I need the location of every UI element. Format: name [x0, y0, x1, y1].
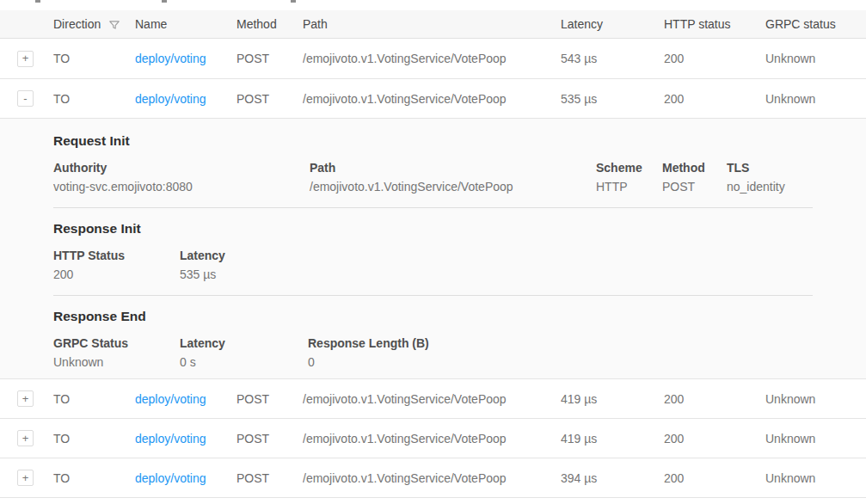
- column-header-latency: Latency: [561, 17, 664, 31]
- field-response-length: Response Length (B) 0: [308, 335, 429, 370]
- clipped-text-fragment: [291, 0, 296, 3]
- method-cell: POST: [236, 471, 303, 485]
- grpc-status-cell: Unknown: [765, 432, 866, 446]
- method-cell: POST: [236, 52, 303, 65]
- column-label: Direction: [53, 17, 101, 31]
- field-value: Unknown: [53, 354, 180, 370]
- field-label: GRPC Status: [53, 335, 180, 351]
- expand-row-button[interactable]: +: [17, 390, 34, 407]
- table-row-expanded: - TO deploy/voting POST /emojivoto.v1.Vo…: [0, 79, 866, 119]
- field-value: no_identity: [727, 179, 785, 194]
- field-latency: Latency 535 µs: [180, 248, 225, 282]
- grpc-status-cell: Unknown: [765, 392, 866, 406]
- latency-cell: 394 µs: [561, 471, 664, 485]
- expand-row-button[interactable]: +: [17, 51, 34, 67]
- method-cell: POST: [236, 92, 303, 106]
- latency-cell: 419 µs: [561, 392, 664, 406]
- field-label: Scheme: [596, 160, 662, 175]
- direction-cell: TO: [53, 52, 135, 65]
- response-end-section: Response End GRPC Status Unknown Latency…: [53, 296, 866, 370]
- latency-cell: 419 µs: [561, 432, 664, 446]
- field-tls: TLS no_identity: [727, 160, 785, 194]
- field-scheme: Scheme HTTP: [596, 160, 662, 194]
- request-detail-panel: Request Init Authority voting-svc.emojiv…: [0, 119, 866, 379]
- field-label: Method: [662, 160, 727, 175]
- field-label: Authority: [53, 160, 310, 175]
- field-grpc-status: GRPC Status Unknown: [53, 335, 180, 370]
- section-title: Response Init: [53, 219, 866, 237]
- request-init-section: Request Init Authority voting-svc.emojiv…: [53, 120, 866, 208]
- field-latency: Latency 0 s: [180, 335, 308, 370]
- expand-row-button[interactable]: +: [17, 470, 34, 486]
- method-cell: POST: [236, 392, 303, 406]
- direction-cell: TO: [53, 392, 135, 406]
- direction-cell: TO: [53, 471, 135, 485]
- path-cell: /emojivoto.v1.VotingService/VotePoop: [303, 92, 561, 106]
- column-header-path: Path: [303, 17, 561, 31]
- field-value: 535 µs: [180, 267, 225, 282]
- direction-cell: TO: [53, 432, 135, 446]
- resource-link[interactable]: deploy/voting: [135, 432, 206, 446]
- field-method: Method POST: [662, 160, 727, 194]
- field-value: 0 s: [180, 354, 308, 370]
- path-cell: /emojivoto.v1.VotingService/VotePoop: [303, 471, 561, 485]
- field-label: Latency: [180, 335, 308, 351]
- latency-cell: 535 µs: [561, 92, 664, 106]
- field-label: TLS: [727, 160, 785, 175]
- resource-link[interactable]: deploy/voting: [135, 92, 206, 106]
- http-status-cell: 200: [664, 92, 765, 106]
- table-row: + TO deploy/voting POST /emojivoto.v1.Vo…: [0, 379, 866, 419]
- field-value: /emojivoto.v1.VotingService/VotePoop: [310, 179, 596, 194]
- table-header-row: Direction Name Method Path Latency HTTP …: [0, 10, 866, 39]
- field-value: 0: [308, 354, 429, 370]
- direction-cell: TO: [53, 92, 135, 106]
- grpc-status-cell: Unknown: [765, 471, 866, 485]
- clipped-text-fragment: [162, 0, 167, 3]
- http-status-cell: 200: [664, 471, 765, 485]
- path-cell: /emojivoto.v1.VotingService/VotePoop: [303, 392, 561, 406]
- resource-link[interactable]: deploy/voting: [135, 471, 206, 485]
- response-init-section: Response Init HTTP Status 200 Latency 53…: [53, 208, 866, 296]
- field-value: HTTP: [596, 179, 662, 194]
- method-cell: POST: [236, 432, 303, 446]
- field-value: POST: [662, 179, 727, 194]
- field-value: voting-svc.emojivoto:8080: [53, 179, 310, 194]
- expand-row-button[interactable]: +: [17, 430, 34, 446]
- http-status-cell: 200: [664, 392, 765, 406]
- table-row: + TO deploy/voting POST /emojivoto.v1.Vo…: [0, 39, 866, 79]
- clipped-text-line: [0, 0, 866, 10]
- table-row: + TO deploy/voting POST /emojivoto.v1.Vo…: [0, 419, 866, 458]
- filter-icon[interactable]: [108, 19, 120, 31]
- latency-cell: 543 µs: [561, 52, 664, 65]
- column-header-grpc-status: GRPC status: [765, 17, 866, 31]
- grpc-status-cell: Unknown: [765, 92, 866, 106]
- column-header-name: Name: [135, 17, 236, 31]
- tap-results-table: Direction Name Method Path Latency HTTP …: [0, 0, 866, 504]
- clipped-text-fragment: [35, 0, 40, 3]
- field-label: Response Length (B): [308, 335, 429, 351]
- section-title: Response End: [53, 307, 866, 325]
- field-label: HTTP Status: [53, 248, 180, 263]
- resource-link[interactable]: deploy/voting: [135, 52, 206, 65]
- column-header-direction: Direction: [53, 17, 135, 31]
- field-http-status: HTTP Status 200: [53, 248, 180, 282]
- column-header-http-status: HTTP status: [664, 17, 765, 31]
- field-path: Path /emojivoto.v1.VotingService/VotePoo…: [310, 160, 596, 194]
- http-status-cell: 200: [664, 432, 765, 446]
- section-title: Request Init: [53, 132, 866, 150]
- resource-link[interactable]: deploy/voting: [135, 392, 206, 406]
- field-label: Latency: [180, 248, 225, 263]
- field-authority: Authority voting-svc.emojivoto:8080: [53, 160, 310, 194]
- grpc-status-cell: Unknown: [765, 52, 866, 65]
- path-cell: /emojivoto.v1.VotingService/VotePoop: [303, 52, 561, 65]
- column-header-method: Method: [236, 17, 303, 31]
- table-row: + TO deploy/voting POST /emojivoto.v1.Vo…: [0, 458, 866, 498]
- field-label: Path: [310, 160, 596, 175]
- field-value: 200: [53, 267, 180, 282]
- http-status-cell: 200: [664, 52, 765, 65]
- path-cell: /emojivoto.v1.VotingService/VotePoop: [303, 432, 561, 446]
- collapse-row-button[interactable]: -: [17, 90, 34, 107]
